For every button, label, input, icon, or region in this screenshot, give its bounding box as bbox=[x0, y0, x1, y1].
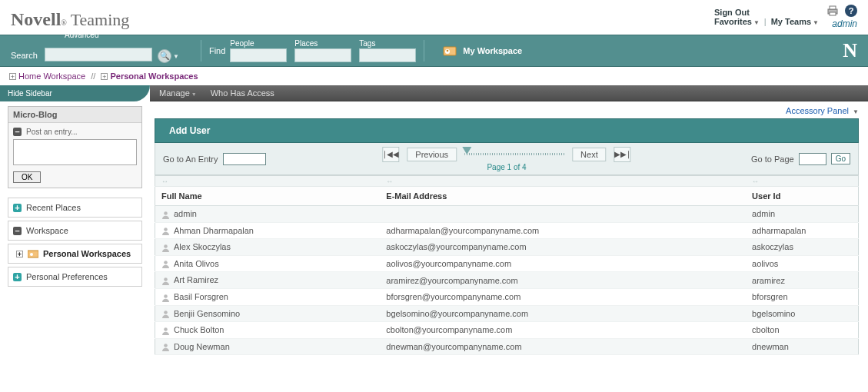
col-header-fullname[interactable]: Full Name bbox=[155, 187, 381, 206]
places-input[interactable] bbox=[294, 48, 351, 62]
microblog-textarea[interactable] bbox=[13, 139, 137, 165]
cell-email: bforsgren@yourcompanyname.com bbox=[380, 288, 746, 305]
table-row[interactable]: Chuck Boltoncbolton@yourcompanyname.comc… bbox=[155, 322, 859, 339]
table-row[interactable]: Anita Olivosaolivos@yourcompanyname.coma… bbox=[155, 255, 859, 272]
help-icon[interactable]: ? bbox=[845, 5, 857, 17]
svg-point-8 bbox=[164, 211, 168, 215]
previous-button[interactable]: Previous bbox=[407, 148, 457, 161]
divider bbox=[424, 40, 424, 61]
hide-sidebar-button[interactable]: Hide Sidebar bbox=[0, 85, 150, 101]
ok-button[interactable]: OK bbox=[13, 171, 41, 183]
cell-fullname: Chuck Bolton bbox=[155, 322, 381, 339]
cell-email: bgelsomino@yourcompanyname.com bbox=[380, 305, 746, 322]
brand-reg: ® bbox=[61, 18, 67, 27]
expand-icon[interactable]: + bbox=[101, 73, 108, 80]
minus-icon: – bbox=[13, 227, 22, 235]
people-input[interactable] bbox=[230, 48, 287, 62]
brand-teaming: Teaming bbox=[71, 10, 130, 29]
signout-link[interactable]: Sign Out bbox=[714, 8, 750, 17]
cell-fullname: Anita Olivos bbox=[155, 255, 381, 272]
page-indicator: Page 1 of 4 bbox=[487, 163, 526, 171]
user-icon bbox=[161, 343, 170, 351]
chevron-down-icon[interactable]: ▼ bbox=[173, 53, 179, 60]
go-to-entry-label: Go to An Entry bbox=[163, 154, 218, 164]
collapse-icon[interactable]: – bbox=[13, 128, 22, 136]
table-row[interactable]: adminadmin bbox=[155, 206, 859, 223]
cell-fullname: admin bbox=[155, 206, 381, 223]
svg-rect-1 bbox=[830, 6, 836, 9]
add-user-button[interactable]: Add User bbox=[155, 118, 859, 143]
first-page-button[interactable]: ∣◀◀ bbox=[382, 147, 399, 162]
cell-email: dnewman@yourcompanyname.com bbox=[380, 338, 746, 355]
sidebar-item-recent-places[interactable]: +Recent Places bbox=[8, 198, 142, 218]
table-row[interactable]: Doug Newmandnewman@yourcompanyname.comdn… bbox=[155, 338, 859, 355]
cell-email: aolivos@yourcompanyname.com bbox=[380, 255, 746, 272]
user-icon bbox=[161, 227, 170, 235]
print-icon[interactable] bbox=[826, 5, 839, 16]
novell-n-logo: N bbox=[843, 39, 857, 62]
svg-point-16 bbox=[164, 344, 168, 348]
svg-point-13 bbox=[164, 294, 168, 298]
cell-email: aramirez@yourcompanyname.com bbox=[380, 272, 746, 289]
favorites-menu[interactable]: Favorites▼ bbox=[714, 17, 760, 26]
people-label: People bbox=[230, 39, 287, 48]
last-page-button[interactable]: ▶▶∣ bbox=[614, 147, 631, 162]
svg-rect-6 bbox=[28, 251, 38, 257]
table-row[interactable]: Ahman Dharmapalanadharmapalan@yourcompan… bbox=[155, 222, 859, 239]
tags-input[interactable] bbox=[359, 48, 416, 62]
table-row[interactable]: Basil Forsgrenbforsgren@yourcompanyname.… bbox=[155, 288, 859, 305]
chevron-down-icon: ▼ bbox=[813, 19, 819, 26]
chevron-down-icon: ▼ bbox=[753, 19, 760, 26]
sidebar-item-personal-preferences[interactable]: +Personal Preferences bbox=[8, 267, 142, 287]
search-button[interactable]: 🔍 bbox=[158, 49, 171, 63]
cell-userid: admin bbox=[746, 206, 858, 223]
svg-point-7 bbox=[30, 253, 33, 256]
accessory-panel-toggle[interactable]: Accessory Panel ▼ bbox=[155, 106, 859, 115]
user-icon bbox=[161, 244, 170, 252]
who-has-access-link[interactable]: Who Has Access bbox=[211, 88, 274, 98]
plus-icon: + bbox=[13, 204, 22, 212]
svg-rect-2 bbox=[830, 12, 836, 15]
advanced-link[interactable]: Advanced bbox=[65, 31, 98, 39]
cell-userid: aramirez bbox=[746, 272, 858, 289]
resize-handle-icon[interactable]: ↔ bbox=[752, 178, 757, 185]
chevron-down-icon: ▼ bbox=[191, 91, 197, 97]
col-header-email[interactable]: E-Mail Address bbox=[380, 187, 746, 206]
slider-thumb-icon[interactable] bbox=[462, 147, 471, 154]
table-row[interactable]: Benjii Gensominobgelsomino@yourcompanyna… bbox=[155, 305, 859, 322]
brand-novell: Novell bbox=[11, 9, 61, 29]
resize-handle-icon[interactable]: ↔ bbox=[161, 178, 167, 185]
sidebar-item-personal-workspaces[interactable]: + Personal Workspaces bbox=[8, 244, 142, 264]
myteams-menu[interactable]: My Teams▼ bbox=[771, 17, 819, 26]
cell-email: adharmapalan@yourcompanyname.com bbox=[380, 222, 746, 239]
go-button[interactable]: Go bbox=[831, 153, 850, 164]
next-button[interactable]: Next bbox=[572, 148, 607, 161]
cell-userid: bgelsomino bbox=[746, 305, 858, 322]
expand-icon[interactable]: + bbox=[9, 73, 16, 80]
resize-handle-icon[interactable]: ↔ bbox=[386, 178, 391, 185]
manage-menu[interactable]: Manage▼ bbox=[159, 88, 197, 98]
places-label: Places bbox=[294, 39, 351, 48]
microblog-heading: Micro-Blog bbox=[8, 107, 141, 123]
cell-userid: adharmapalan bbox=[746, 222, 858, 239]
cell-email bbox=[380, 206, 746, 223]
search-input[interactable] bbox=[45, 48, 152, 61]
breadcrumb: +Home Workspace // +Personal Workspaces bbox=[0, 67, 868, 85]
table-row[interactable]: Alex Skoczylasaskoczylas@yourcompanyname… bbox=[155, 239, 859, 256]
sidebar-item-workspace[interactable]: –Workspace bbox=[8, 221, 142, 241]
expand-icon[interactable]: + bbox=[16, 251, 23, 257]
plus-icon: + bbox=[13, 273, 22, 281]
microblog-panel: Micro-Blog –Post an entry... OK bbox=[8, 106, 142, 188]
tags-label: Tags bbox=[359, 39, 416, 48]
go-to-page-input[interactable] bbox=[799, 153, 826, 165]
go-to-entry-input[interactable] bbox=[223, 153, 266, 165]
svg-point-9 bbox=[164, 228, 168, 231]
crumb-home[interactable]: Home Workspace bbox=[18, 71, 85, 81]
svg-point-5 bbox=[447, 50, 449, 52]
col-header-userid[interactable]: User Id bbox=[746, 187, 858, 206]
post-entry-label: Post an entry... bbox=[26, 128, 78, 136]
table-row[interactable]: Art Ramirezaramirez@yourcompanyname.coma… bbox=[155, 272, 859, 289]
crumb-personal[interactable]: Personal Workspaces bbox=[110, 71, 198, 81]
myworkspace-link[interactable]: My Workspace bbox=[443, 45, 522, 57]
page-slider[interactable] bbox=[464, 153, 564, 155]
